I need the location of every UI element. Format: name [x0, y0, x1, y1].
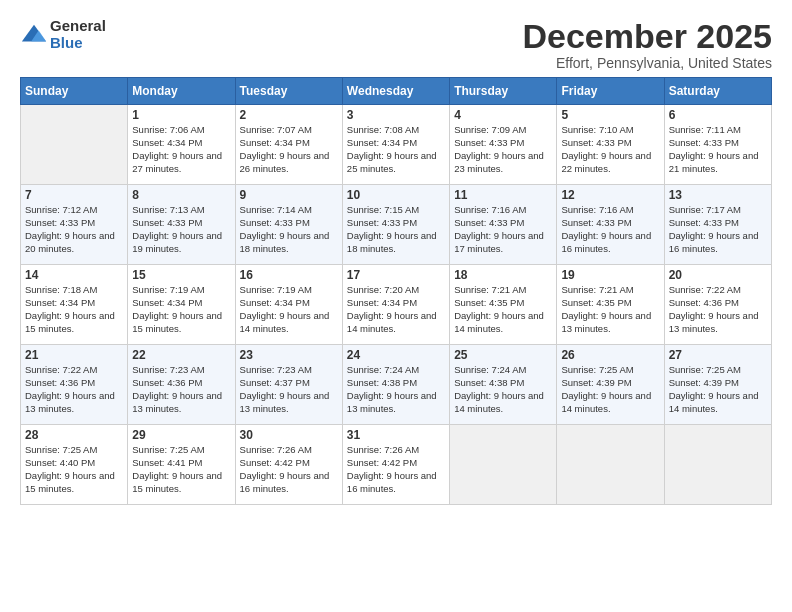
day-number: 12 — [561, 188, 659, 202]
calendar-cell: 19Sunrise: 7:21 AMSunset: 4:35 PMDayligh… — [557, 265, 664, 345]
header: General Blue December 2025 Effort, Penns… — [20, 18, 772, 71]
col-monday: Monday — [128, 78, 235, 105]
day-number: 29 — [132, 428, 230, 442]
day-info: Sunrise: 7:25 AMSunset: 4:41 PMDaylight:… — [132, 444, 230, 495]
calendar-cell: 15Sunrise: 7:19 AMSunset: 4:34 PMDayligh… — [128, 265, 235, 345]
day-number: 5 — [561, 108, 659, 122]
day-number: 23 — [240, 348, 338, 362]
day-info: Sunrise: 7:22 AMSunset: 4:36 PMDaylight:… — [25, 364, 123, 415]
col-tuesday: Tuesday — [235, 78, 342, 105]
calendar-body: 1Sunrise: 7:06 AMSunset: 4:34 PMDaylight… — [21, 105, 772, 505]
calendar-cell: 17Sunrise: 7:20 AMSunset: 4:34 PMDayligh… — [342, 265, 449, 345]
day-info: Sunrise: 7:24 AMSunset: 4:38 PMDaylight:… — [454, 364, 552, 415]
calendar-cell: 18Sunrise: 7:21 AMSunset: 4:35 PMDayligh… — [450, 265, 557, 345]
day-number: 14 — [25, 268, 123, 282]
logo-text: General Blue — [50, 18, 106, 51]
logo-blue-text: Blue — [50, 35, 106, 52]
day-info: Sunrise: 7:16 AMSunset: 4:33 PMDaylight:… — [454, 204, 552, 255]
calendar-cell: 27Sunrise: 7:25 AMSunset: 4:39 PMDayligh… — [664, 345, 771, 425]
day-info: Sunrise: 7:22 AMSunset: 4:36 PMDaylight:… — [669, 284, 767, 335]
calendar-cell: 10Sunrise: 7:15 AMSunset: 4:33 PMDayligh… — [342, 185, 449, 265]
col-sunday: Sunday — [21, 78, 128, 105]
day-number: 3 — [347, 108, 445, 122]
day-info: Sunrise: 7:15 AMSunset: 4:33 PMDaylight:… — [347, 204, 445, 255]
calendar-cell: 20Sunrise: 7:22 AMSunset: 4:36 PMDayligh… — [664, 265, 771, 345]
logo: General Blue — [20, 18, 106, 51]
day-number: 22 — [132, 348, 230, 362]
day-info: Sunrise: 7:21 AMSunset: 4:35 PMDaylight:… — [561, 284, 659, 335]
day-info: Sunrise: 7:10 AMSunset: 4:33 PMDaylight:… — [561, 124, 659, 175]
day-info: Sunrise: 7:21 AMSunset: 4:35 PMDaylight:… — [454, 284, 552, 335]
calendar-cell — [21, 105, 128, 185]
day-info: Sunrise: 7:08 AMSunset: 4:34 PMDaylight:… — [347, 124, 445, 175]
day-info: Sunrise: 7:17 AMSunset: 4:33 PMDaylight:… — [669, 204, 767, 255]
day-number: 6 — [669, 108, 767, 122]
calendar-cell: 8Sunrise: 7:13 AMSunset: 4:33 PMDaylight… — [128, 185, 235, 265]
day-number: 8 — [132, 188, 230, 202]
col-wednesday: Wednesday — [342, 78, 449, 105]
day-number: 26 — [561, 348, 659, 362]
page: General Blue December 2025 Effort, Penns… — [0, 0, 792, 612]
col-saturday: Saturday — [664, 78, 771, 105]
day-info: Sunrise: 7:19 AMSunset: 4:34 PMDaylight:… — [240, 284, 338, 335]
calendar-cell: 25Sunrise: 7:24 AMSunset: 4:38 PMDayligh… — [450, 345, 557, 425]
calendar-cell: 22Sunrise: 7:23 AMSunset: 4:36 PMDayligh… — [128, 345, 235, 425]
day-number: 24 — [347, 348, 445, 362]
calendar-cell: 24Sunrise: 7:24 AMSunset: 4:38 PMDayligh… — [342, 345, 449, 425]
calendar-cell: 21Sunrise: 7:22 AMSunset: 4:36 PMDayligh… — [21, 345, 128, 425]
day-number: 2 — [240, 108, 338, 122]
logo-general-text: General — [50, 18, 106, 35]
calendar-cell: 9Sunrise: 7:14 AMSunset: 4:33 PMDaylight… — [235, 185, 342, 265]
day-number: 1 — [132, 108, 230, 122]
day-number: 31 — [347, 428, 445, 442]
calendar-cell: 13Sunrise: 7:17 AMSunset: 4:33 PMDayligh… — [664, 185, 771, 265]
col-thursday: Thursday — [450, 78, 557, 105]
day-info: Sunrise: 7:26 AMSunset: 4:42 PMDaylight:… — [240, 444, 338, 495]
month-title: December 2025 — [522, 18, 772, 55]
header-row: Sunday Monday Tuesday Wednesday Thursday… — [21, 78, 772, 105]
day-number: 19 — [561, 268, 659, 282]
day-number: 28 — [25, 428, 123, 442]
day-info: Sunrise: 7:14 AMSunset: 4:33 PMDaylight:… — [240, 204, 338, 255]
calendar-cell — [450, 425, 557, 505]
calendar-week-2: 14Sunrise: 7:18 AMSunset: 4:34 PMDayligh… — [21, 265, 772, 345]
calendar-cell: 7Sunrise: 7:12 AMSunset: 4:33 PMDaylight… — [21, 185, 128, 265]
day-info: Sunrise: 7:25 AMSunset: 4:39 PMDaylight:… — [669, 364, 767, 415]
calendar-cell: 14Sunrise: 7:18 AMSunset: 4:34 PMDayligh… — [21, 265, 128, 345]
title-block: December 2025 Effort, Pennsylvania, Unit… — [522, 18, 772, 71]
calendar-cell: 11Sunrise: 7:16 AMSunset: 4:33 PMDayligh… — [450, 185, 557, 265]
calendar-week-1: 7Sunrise: 7:12 AMSunset: 4:33 PMDaylight… — [21, 185, 772, 265]
location-title: Effort, Pennsylvania, United States — [522, 55, 772, 71]
calendar-cell: 30Sunrise: 7:26 AMSunset: 4:42 PMDayligh… — [235, 425, 342, 505]
day-number: 18 — [454, 268, 552, 282]
day-info: Sunrise: 7:26 AMSunset: 4:42 PMDaylight:… — [347, 444, 445, 495]
calendar-cell: 31Sunrise: 7:26 AMSunset: 4:42 PMDayligh… — [342, 425, 449, 505]
day-number: 16 — [240, 268, 338, 282]
day-info: Sunrise: 7:20 AMSunset: 4:34 PMDaylight:… — [347, 284, 445, 335]
day-number: 11 — [454, 188, 552, 202]
calendar-week-0: 1Sunrise: 7:06 AMSunset: 4:34 PMDaylight… — [21, 105, 772, 185]
day-info: Sunrise: 7:11 AMSunset: 4:33 PMDaylight:… — [669, 124, 767, 175]
day-info: Sunrise: 7:09 AMSunset: 4:33 PMDaylight:… — [454, 124, 552, 175]
calendar-cell: 2Sunrise: 7:07 AMSunset: 4:34 PMDaylight… — [235, 105, 342, 185]
calendar-cell — [557, 425, 664, 505]
day-number: 20 — [669, 268, 767, 282]
day-info: Sunrise: 7:13 AMSunset: 4:33 PMDaylight:… — [132, 204, 230, 255]
day-info: Sunrise: 7:12 AMSunset: 4:33 PMDaylight:… — [25, 204, 123, 255]
day-number: 17 — [347, 268, 445, 282]
calendar-cell: 3Sunrise: 7:08 AMSunset: 4:34 PMDaylight… — [342, 105, 449, 185]
day-info: Sunrise: 7:23 AMSunset: 4:37 PMDaylight:… — [240, 364, 338, 415]
day-info: Sunrise: 7:19 AMSunset: 4:34 PMDaylight:… — [132, 284, 230, 335]
calendar-cell: 28Sunrise: 7:25 AMSunset: 4:40 PMDayligh… — [21, 425, 128, 505]
day-info: Sunrise: 7:24 AMSunset: 4:38 PMDaylight:… — [347, 364, 445, 415]
day-number: 7 — [25, 188, 123, 202]
day-info: Sunrise: 7:07 AMSunset: 4:34 PMDaylight:… — [240, 124, 338, 175]
calendar-header: Sunday Monday Tuesday Wednesday Thursday… — [21, 78, 772, 105]
calendar-cell — [664, 425, 771, 505]
day-info: Sunrise: 7:23 AMSunset: 4:36 PMDaylight:… — [132, 364, 230, 415]
calendar-cell: 12Sunrise: 7:16 AMSunset: 4:33 PMDayligh… — [557, 185, 664, 265]
calendar-cell: 6Sunrise: 7:11 AMSunset: 4:33 PMDaylight… — [664, 105, 771, 185]
col-friday: Friday — [557, 78, 664, 105]
day-number: 13 — [669, 188, 767, 202]
day-number: 9 — [240, 188, 338, 202]
